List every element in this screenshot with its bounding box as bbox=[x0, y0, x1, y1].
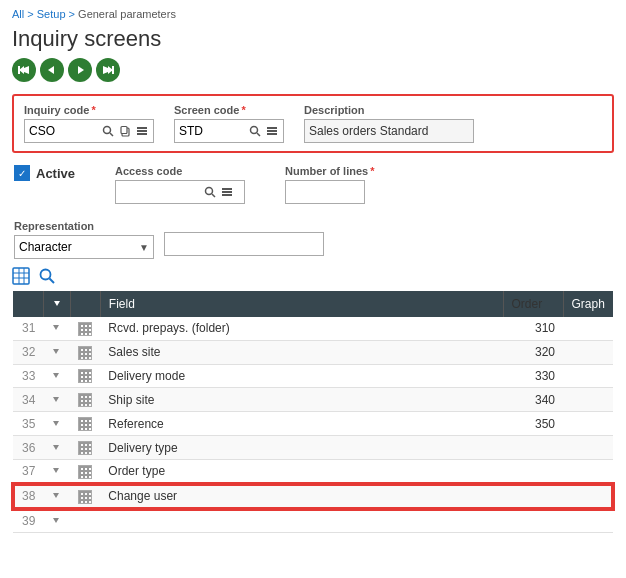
access-code-label: Access code bbox=[115, 165, 245, 177]
nav-first-button[interactable] bbox=[12, 58, 36, 82]
chevron-down-icon bbox=[51, 346, 61, 356]
table-row[interactable]: 31 Rcvd. prepays. (folder) 310 bbox=[13, 317, 613, 340]
nav-next-button[interactable] bbox=[68, 58, 92, 82]
screen-code-search-btn[interactable] bbox=[248, 124, 262, 138]
svg-line-7 bbox=[110, 133, 113, 136]
breadcrumb-all[interactable]: All bbox=[12, 8, 24, 20]
screen-code-input[interactable]: STD bbox=[179, 124, 245, 138]
inquiry-code-search-btn[interactable] bbox=[101, 124, 115, 138]
row-chevron[interactable] bbox=[43, 412, 70, 436]
row-chevron[interactable] bbox=[43, 484, 70, 509]
access-code-input-wrapper[interactable] bbox=[115, 180, 245, 204]
screen-code-list-btn[interactable] bbox=[265, 124, 279, 138]
svg-rect-10 bbox=[137, 127, 147, 129]
row-chevron[interactable] bbox=[43, 340, 70, 364]
row-order bbox=[503, 436, 563, 460]
row-num: 38 bbox=[13, 484, 43, 509]
row-chevron[interactable] bbox=[43, 317, 70, 340]
svg-rect-1 bbox=[18, 66, 20, 74]
svg-marker-34 bbox=[53, 397, 59, 402]
search-icon bbox=[249, 125, 261, 137]
grid-cell-icon bbox=[78, 393, 92, 407]
inquiry-code-copy-btn[interactable] bbox=[118, 124, 132, 138]
grid-cell-icon bbox=[78, 441, 92, 455]
table-row[interactable]: 38 Change user bbox=[13, 484, 613, 509]
col-graph-header: Graph bbox=[563, 291, 613, 317]
svg-line-14 bbox=[257, 133, 260, 136]
row-order: 330 bbox=[503, 364, 563, 388]
row-chevron[interactable] bbox=[43, 509, 70, 533]
toolbar-search-btn[interactable] bbox=[38, 267, 56, 285]
row-order: 310 bbox=[503, 317, 563, 340]
data-table: Field Order Graph 31 Rcvd. prepays. (fol… bbox=[12, 291, 614, 533]
col-order-header: Order bbox=[503, 291, 563, 317]
screen-code-input-wrapper[interactable]: STD bbox=[174, 119, 284, 143]
svg-rect-22 bbox=[222, 194, 232, 196]
breadcrumb-sep2: > bbox=[69, 8, 78, 20]
row-num: 39 bbox=[13, 509, 43, 533]
table-row[interactable]: 34 Ship site 340 bbox=[13, 388, 613, 412]
svg-rect-12 bbox=[137, 133, 147, 135]
table-icon bbox=[12, 267, 30, 285]
table-row[interactable]: 37 Order type bbox=[13, 459, 613, 483]
table-row[interactable]: 33 Delivery mode 330 bbox=[13, 364, 613, 388]
col-chevron-header bbox=[43, 291, 70, 317]
row-chevron[interactable] bbox=[43, 388, 70, 412]
access-code-list-btn[interactable] bbox=[220, 185, 234, 199]
toolbar-table-btn[interactable] bbox=[12, 267, 30, 285]
row-chevron[interactable] bbox=[43, 364, 70, 388]
row-field: Reference bbox=[100, 412, 503, 436]
inquiry-code-list-btn[interactable] bbox=[135, 124, 149, 138]
nav-next-icon bbox=[73, 63, 87, 77]
table-row[interactable]: 32 Sales site 320 bbox=[13, 340, 613, 364]
row-field: Ship site bbox=[100, 388, 503, 412]
svg-line-29 bbox=[50, 279, 55, 284]
table-row[interactable]: 35 Reference 350 bbox=[13, 412, 613, 436]
representation-select[interactable]: Character Grid Custom bbox=[15, 240, 135, 254]
svg-point-13 bbox=[251, 127, 258, 134]
row-chevron[interactable] bbox=[43, 459, 70, 483]
main-form-section: Inquiry code* CSO Screen code* bbox=[12, 94, 614, 153]
svg-rect-16 bbox=[267, 130, 277, 132]
breadcrumb-setup[interactable]: Setup bbox=[37, 8, 66, 20]
breadcrumb-sep1: > bbox=[27, 8, 36, 20]
svg-rect-17 bbox=[267, 133, 277, 135]
svg-line-19 bbox=[212, 194, 215, 197]
nav-last-button[interactable] bbox=[96, 58, 120, 82]
active-checkbox[interactable]: ✓ bbox=[14, 165, 30, 181]
svg-marker-31 bbox=[53, 325, 59, 330]
representation-select-wrapper[interactable]: Character Grid Custom ▼ bbox=[14, 235, 154, 259]
access-code-input[interactable] bbox=[120, 185, 200, 199]
grid-cell-icon bbox=[78, 417, 92, 431]
representation-extra-input[interactable] bbox=[164, 232, 324, 256]
chevron-down-icon bbox=[51, 465, 61, 475]
description-input[interactable]: Sales orders Standard bbox=[304, 119, 474, 143]
row-num: 33 bbox=[13, 364, 43, 388]
inquiry-code-label: Inquiry code* bbox=[24, 104, 154, 116]
row-field: Rcvd. prepays. (folder) bbox=[100, 317, 503, 340]
row-graph bbox=[563, 388, 613, 412]
second-form-section: ✓ Active Access code bbox=[12, 161, 614, 263]
svg-marker-39 bbox=[53, 518, 59, 523]
grid-cell-icon bbox=[78, 369, 92, 383]
row-field: Delivery mode bbox=[100, 364, 503, 388]
row-order: 320 bbox=[503, 340, 563, 364]
row-field bbox=[100, 509, 503, 533]
row-field: Change user bbox=[100, 484, 503, 509]
table-row[interactable]: 36 Delivery type bbox=[13, 436, 613, 460]
row-grid-icon bbox=[70, 317, 100, 340]
svg-marker-36 bbox=[53, 445, 59, 450]
grid-cell-icon bbox=[78, 322, 92, 336]
row-chevron[interactable] bbox=[43, 436, 70, 460]
svg-marker-30 bbox=[54, 301, 60, 306]
inquiry-code-input[interactable]: CSO bbox=[29, 124, 98, 138]
nav-prev-button[interactable] bbox=[40, 58, 64, 82]
row-field: Delivery type bbox=[100, 436, 503, 460]
chevron-down-icon bbox=[51, 322, 61, 332]
access-code-search-btn[interactable] bbox=[203, 185, 217, 199]
row-field: Sales site bbox=[100, 340, 503, 364]
number-of-lines-input[interactable] bbox=[285, 180, 365, 204]
inquiry-code-input-wrapper[interactable]: CSO bbox=[24, 119, 154, 143]
table-row[interactable]: 39 bbox=[13, 509, 613, 533]
list-icon bbox=[266, 125, 278, 137]
